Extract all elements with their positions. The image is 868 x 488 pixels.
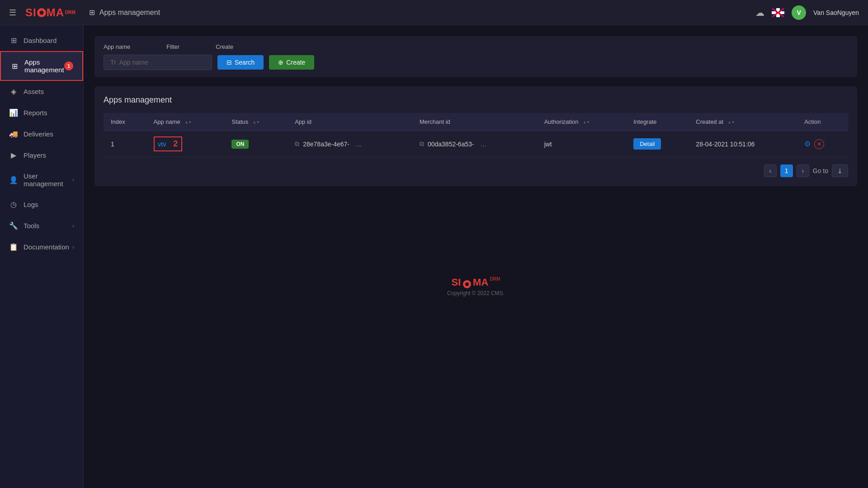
sort-icon: ▲▼ — [253, 121, 260, 124]
sidebar-item-user-management[interactable]: 👤 User management › — [0, 166, 83, 194]
cloud-icon[interactable]: ☁ — [755, 7, 764, 18]
create-label: Create — [216, 43, 233, 50]
copy-icon[interactable]: ⧉ — [295, 140, 299, 148]
user-name[interactable]: Van SaoNguyen — [813, 9, 859, 16]
app-id-value: 28e78a3e-4e67- — [303, 141, 349, 148]
sort-icon: ▲▼ — [728, 121, 735, 124]
table-header-row: Index App name ▲▼ Status ▲▼ App id — [104, 113, 848, 131]
user-management-icon: 👤 — [9, 176, 18, 184]
sidebar-item-dashboard[interactable]: ⊞ Dashboard — [0, 30, 83, 51]
table-row: 1 vtv 2 ON ⧉ — [104, 131, 848, 157]
col-merchant-id: Merchant id — [412, 113, 537, 131]
dashboard-icon: ⊞ — [9, 36, 18, 45]
page-1-button[interactable]: 1 — [780, 164, 793, 177]
detail-button[interactable]: Detail — [633, 138, 661, 150]
page-title: Apps management — [99, 9, 160, 17]
content-area: App name Filter Create ⊟ Search ⊕ Create… — [84, 25, 868, 488]
sidebar-item-label: Players — [24, 151, 74, 159]
prev-page-button[interactable]: ‹ — [764, 164, 777, 177]
deliveries-icon: 🚚 — [9, 130, 18, 138]
tools-icon: 🔧 — [9, 221, 18, 230]
filter-icon: ⊟ — [226, 59, 232, 66]
sidebar-item-players[interactable]: ▶ Players — [0, 145, 83, 166]
main-layout: ⊞ Dashboard ⊞ Apps management 1 ◈ Assets… — [0, 25, 868, 488]
copy-icon[interactable]: ⧉ — [420, 140, 424, 148]
app-name-input[interactable] — [104, 55, 212, 70]
sidebar-item-label: Documentation — [24, 243, 72, 251]
grid-icon: ⊞ — [89, 8, 95, 17]
drm-badge: DRM — [65, 10, 75, 15]
assets-icon: ◈ — [9, 87, 18, 96]
menu-icon[interactable]: ☰ — [9, 8, 16, 18]
export-icon: ⤓ — [837, 167, 843, 174]
sidebar-item-apps-management[interactable]: ⊞ Apps management 1 — [0, 51, 83, 81]
sidebar-item-documentation[interactable]: 📋 Documentation › — [0, 236, 83, 258]
sidebar-item-label: Logs — [24, 201, 74, 208]
sidebar-item-assets[interactable]: ◈ Assets — [0, 81, 83, 102]
sidebar-item-label: Dashboard — [24, 37, 74, 44]
sidebar-item-reports[interactable]: 📊 Reports — [0, 102, 83, 123]
settings-button[interactable]: ⚙ — [804, 140, 811, 148]
logs-icon: ◷ — [9, 200, 18, 209]
col-created-at[interactable]: Created at ▲▼ — [689, 113, 797, 131]
col-status[interactable]: Status ▲▼ — [224, 113, 288, 131]
col-authorization[interactable]: Authorization ▲▼ — [537, 113, 627, 131]
cell-merchant-id: ⧉ 00da3852-6a53- ... — [412, 131, 537, 157]
merchant-id-container: ⧉ 00da3852-6a53- ... — [420, 139, 530, 149]
chevron-right-icon: › — [72, 223, 74, 229]
sidebar-item-label: Reports — [24, 109, 74, 117]
next-page-button[interactable]: › — [797, 164, 809, 177]
col-integrate: Integrate — [626, 113, 689, 131]
cell-app-id: ⧉ 28e78a3e-4e67- ... — [288, 131, 412, 157]
sidebar-item-logs[interactable]: ◷ Logs — [0, 194, 83, 215]
delete-button[interactable]: ✕ — [814, 139, 824, 149]
chevron-right-icon: › — [72, 177, 74, 183]
sidebar: ⊞ Dashboard ⊞ Apps management 1 ◈ Assets… — [0, 25, 84, 488]
reports-icon: 📊 — [9, 108, 18, 117]
topbar: ☰ SI MA DRM ⊞ Apps management ☁ V Van Sa… — [0, 0, 868, 25]
apps-management-badge: 1 — [64, 61, 73, 70]
sidebar-item-label: Tools — [24, 222, 72, 230]
sort-icon: ▲▼ — [583, 121, 590, 124]
user-avatar[interactable]: V — [792, 5, 806, 20]
sidebar-item-label: User management — [24, 172, 72, 188]
sort-icon: ▲▼ — [184, 121, 192, 124]
app-id-ellipsis[interactable]: ... — [353, 139, 364, 149]
flag-icon[interactable] — [772, 8, 784, 17]
footer-logo-2: MA — [473, 277, 488, 288]
sidebar-item-deliveries[interactable]: 🚚 Deliveries — [0, 123, 83, 145]
footer-copyright: Copyright © 2022 CMS. — [104, 290, 848, 296]
topbar-right: ☁ V Van SaoNguyen — [755, 5, 859, 20]
cell-authorization: jwt — [537, 131, 627, 157]
cell-integrate: Detail — [626, 131, 689, 157]
footer: SI MA DRM Copyright © 2022 CMS. — [94, 267, 857, 305]
merchant-id-value: 00da3852-6a53- — [428, 141, 474, 148]
app-name-label: App name — [104, 43, 130, 50]
plus-icon: ⊕ — [278, 59, 283, 66]
apps-management-icon: ⊞ — [10, 62, 19, 70]
filter-labels: App name Filter Create — [104, 43, 848, 50]
sidebar-item-tools[interactable]: 🔧 Tools › — [0, 215, 83, 236]
data-table: Index App name ▲▼ Status ▲▼ App id — [104, 113, 848, 157]
create-button[interactable]: ⊕ Create — [269, 55, 314, 70]
footer-logo: SI — [452, 277, 461, 288]
app-name-value: vtv 2 — [154, 136, 183, 151]
cell-index: 1 — [104, 131, 146, 157]
merchant-id-ellipsis[interactable]: ... — [478, 139, 489, 149]
search-button[interactable]: ⊟ Search — [217, 55, 264, 70]
page-title-area: ⊞ Apps management — [89, 8, 160, 17]
pagination-bar: ‹ 1 › Go to ⤓ — [104, 164, 848, 177]
app-name-highlight: 2 — [173, 139, 178, 148]
cell-action: ⚙ ✕ — [797, 131, 848, 157]
col-app-name[interactable]: App name ▲▼ — [146, 113, 225, 131]
table-title: Apps management — [104, 95, 848, 105]
documentation-icon: 📋 — [9, 243, 18, 251]
sidebar-item-label: Assets — [24, 88, 74, 95]
goto-button[interactable]: ⤓ — [832, 164, 848, 177]
col-index: Index — [104, 113, 146, 131]
col-app-id: App id — [288, 113, 412, 131]
col-action: Action — [797, 113, 848, 131]
footer-drm: DRM — [490, 277, 500, 282]
sidebar-item-label: Deliveries — [24, 130, 74, 138]
status-badge: ON — [231, 140, 249, 149]
